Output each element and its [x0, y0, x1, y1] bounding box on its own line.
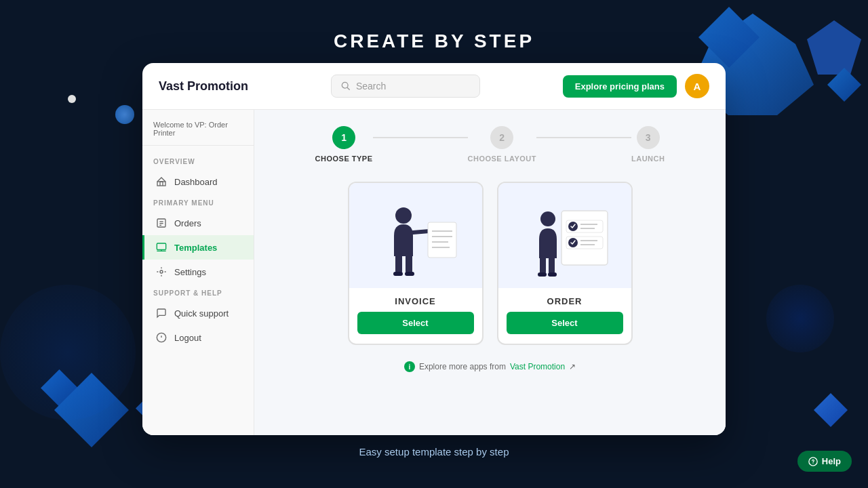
step-2-label: CHOOSE LAYOUT: [468, 155, 536, 163]
sidebar-label-orders: Orders: [174, 218, 201, 228]
svg-rect-20: [393, 272, 403, 276]
home-icon: [155, 176, 167, 188]
invoice-illustration: [349, 183, 482, 288]
sidebar-item-orders[interactable]: Orders: [142, 211, 254, 235]
bottom-subtitle: Easy setup template step by step: [359, 446, 509, 458]
sidebar-item-quick-support[interactable]: Quick support: [142, 301, 254, 325]
footer-note: i Explore more apps from Vast Promotion …: [276, 361, 704, 372]
sidebar: Welcome to VP: Order Printer OVERVIEW Da…: [142, 110, 254, 435]
order-illustration: [498, 183, 631, 288]
help-circle-icon: [808, 457, 818, 466]
footer-text: Explore more apps from: [419, 362, 506, 371]
svg-rect-19: [406, 253, 412, 273]
svg-rect-2: [157, 182, 165, 186]
sidebar-section-overview: OVERVIEW: [142, 152, 254, 169]
step-3: 3 LAUNCH: [631, 126, 665, 163]
steps-row: 1 CHOOSE TYPE 2 CHOOSE LAYOUT 3 LAUNCH: [276, 126, 704, 163]
step-1-label: CHOOSE TYPE: [315, 155, 373, 163]
sidebar-label-logout: Logout: [174, 333, 201, 343]
sidebar-section-support: SUPPORT & HELP: [142, 284, 254, 301]
order-select-button[interactable]: Select: [507, 312, 623, 334]
svg-point-22: [540, 211, 555, 226]
svg-point-37: [812, 463, 813, 464]
sidebar-label-settings: Settings: [174, 267, 206, 277]
svg-rect-23: [540, 255, 546, 274]
pricing-button[interactable]: Explore pricing plans: [563, 75, 677, 98]
orders-icon: [155, 217, 167, 229]
main-card: Vast Promotion Search Explore pricing pl…: [142, 63, 726, 435]
info-icon: i: [404, 361, 415, 372]
card-body: Welcome to VP: Order Printer OVERVIEW Da…: [142, 110, 726, 435]
sidebar-item-dashboard[interactable]: Dashboard: [142, 169, 254, 194]
avatar: A: [685, 74, 709, 98]
step-2-circle: 2: [490, 126, 513, 149]
help-button[interactable]: Help: [797, 451, 852, 472]
svg-rect-7: [157, 243, 165, 249]
search-icon: [341, 81, 351, 91]
card-header: Vast Promotion Search Explore pricing pl…: [142, 63, 726, 110]
svg-rect-21: [405, 272, 414, 276]
settings-icon: [155, 266, 167, 278]
sidebar-welcome: Welcome to VP: Order Printer: [142, 121, 254, 146]
svg-line-1: [347, 87, 349, 89]
help-label: Help: [822, 456, 841, 466]
step-connector-1: [373, 137, 468, 138]
sidebar-item-templates[interactable]: Templates: [142, 235, 254, 260]
invoice-label: INVOICE: [349, 288, 482, 312]
step-connector-2: [536, 137, 631, 138]
search-box[interactable]: Search: [331, 75, 480, 98]
header-right: Explore pricing plans A: [563, 74, 709, 98]
brand-name: Vast Promotion: [159, 79, 248, 94]
svg-rect-18: [395, 253, 402, 273]
sidebar-item-settings[interactable]: Settings: [142, 260, 254, 284]
svg-rect-26: [548, 272, 557, 277]
step-1-circle: 1: [332, 126, 355, 149]
step-3-label: LAUNCH: [631, 155, 665, 163]
header-center: Search: [331, 75, 480, 98]
sidebar-label-dashboard: Dashboard: [174, 177, 218, 187]
main-content: 1 CHOOSE TYPE 2 CHOOSE LAYOUT 3 LAUNCH: [254, 110, 726, 435]
sidebar-label-support: Quick support: [174, 308, 229, 319]
step-2: 2 CHOOSE LAYOUT: [468, 126, 536, 163]
step-1: 1 CHOOSE TYPE: [315, 126, 373, 163]
search-placeholder: Search: [356, 81, 386, 92]
page-title: CREATE BY STEP: [334, 30, 534, 52]
external-link-icon: ↗: [569, 362, 576, 371]
chat-icon: [155, 307, 167, 319]
logout-icon: [155, 331, 167, 344]
order-label: ORDER: [498, 288, 631, 312]
svg-point-10: [160, 270, 163, 273]
svg-point-12: [395, 207, 412, 224]
invoice-select-button[interactable]: Select: [357, 312, 474, 334]
cards-row: INVOICE Select: [276, 182, 704, 345]
svg-rect-13: [428, 222, 456, 258]
type-card-order[interactable]: ORDER Select: [497, 182, 633, 345]
svg-rect-24: [549, 255, 555, 274]
templates-icon: [155, 241, 167, 253]
sidebar-label-templates: Templates: [174, 243, 217, 253]
sidebar-section-primary: PRIMARY MENU: [142, 194, 254, 211]
footer-link[interactable]: Vast Promotion: [510, 362, 565, 371]
svg-rect-25: [538, 272, 547, 277]
step-3-circle: 3: [637, 126, 660, 149]
type-card-invoice[interactable]: INVOICE Select: [348, 182, 484, 345]
sidebar-item-logout[interactable]: Logout: [142, 325, 254, 350]
